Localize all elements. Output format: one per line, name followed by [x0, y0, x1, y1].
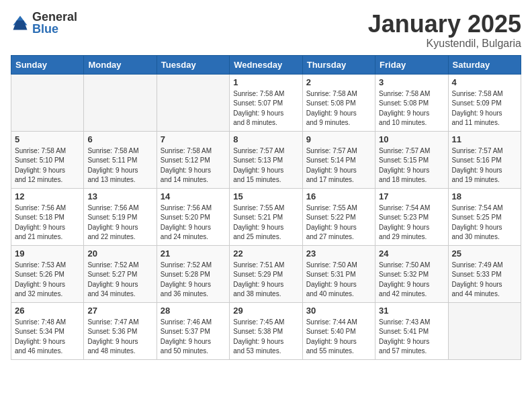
- day-info: Sunrise: 7:58 AM Sunset: 5:08 PM Dayligh…: [306, 89, 371, 128]
- day-number: 14: [161, 191, 226, 201]
- week-row-3: 12Sunrise: 7:56 AM Sunset: 5:18 PM Dayli…: [11, 188, 521, 245]
- day-info: Sunrise: 7:58 AM Sunset: 5:07 PM Dayligh…: [233, 89, 298, 128]
- day-info: Sunrise: 7:55 AM Sunset: 5:22 PM Dayligh…: [306, 203, 371, 242]
- day-info: Sunrise: 7:49 AM Sunset: 5:33 PM Dayligh…: [452, 261, 517, 300]
- day-info: Sunrise: 7:53 AM Sunset: 5:26 PM Dayligh…: [15, 261, 80, 300]
- day-number: 1: [233, 77, 298, 87]
- day-info: Sunrise: 7:46 AM Sunset: 5:37 PM Dayligh…: [161, 318, 226, 357]
- days-header-row: SundayMondayTuesdayWednesdayThursdayFrid…: [11, 55, 521, 74]
- day-info: Sunrise: 7:57 AM Sunset: 5:13 PM Dayligh…: [233, 146, 298, 185]
- calendar-cell: 22Sunrise: 7:51 AM Sunset: 5:29 PM Dayli…: [230, 245, 302, 302]
- logo-icon: [11, 13, 30, 32]
- day-info: Sunrise: 7:51 AM Sunset: 5:29 PM Dayligh…: [233, 261, 298, 300]
- day-number: 23: [306, 248, 371, 259]
- day-number: 29: [233, 306, 298, 316]
- day-info: Sunrise: 7:58 AM Sunset: 5:10 PM Dayligh…: [15, 146, 80, 185]
- day-info: Sunrise: 7:57 AM Sunset: 5:16 PM Dayligh…: [452, 146, 517, 185]
- calendar-cell: 24Sunrise: 7:50 AM Sunset: 5:32 PM Dayli…: [375, 245, 448, 302]
- day-header-monday: Monday: [84, 55, 157, 74]
- calendar-cell: 3Sunrise: 7:58 AM Sunset: 5:08 PM Daylig…: [375, 74, 448, 131]
- day-number: 3: [379, 77, 444, 87]
- day-number: 22: [233, 248, 298, 259]
- day-info: Sunrise: 7:58 AM Sunset: 5:09 PM Dayligh…: [452, 89, 517, 128]
- svg-marker-1: [13, 21, 28, 30]
- day-info: Sunrise: 7:47 AM Sunset: 5:36 PM Dayligh…: [87, 318, 152, 357]
- calendar-cell: 4Sunrise: 7:58 AM Sunset: 5:09 PM Daylig…: [448, 74, 521, 131]
- day-number: 13: [87, 191, 152, 201]
- day-number: 19: [15, 248, 80, 259]
- day-info: Sunrise: 7:57 AM Sunset: 5:14 PM Dayligh…: [306, 146, 371, 185]
- day-info: Sunrise: 7:50 AM Sunset: 5:31 PM Dayligh…: [306, 261, 371, 300]
- page-header: General Blue January 2025 Kyustendil, Bu…: [11, 11, 521, 50]
- calendar-cell: 18Sunrise: 7:54 AM Sunset: 5:25 PM Dayli…: [448, 188, 521, 245]
- day-info: Sunrise: 7:45 AM Sunset: 5:38 PM Dayligh…: [233, 318, 298, 357]
- calendar-cell: [448, 302, 521, 359]
- day-info: Sunrise: 7:56 AM Sunset: 5:18 PM Dayligh…: [15, 203, 80, 242]
- day-number: 8: [233, 134, 298, 144]
- calendar-cell: 12Sunrise: 7:56 AM Sunset: 5:18 PM Dayli…: [11, 188, 84, 245]
- calendar-cell: 26Sunrise: 7:48 AM Sunset: 5:34 PM Dayli…: [11, 302, 84, 359]
- day-number: 9: [306, 134, 371, 144]
- day-info: Sunrise: 7:54 AM Sunset: 5:25 PM Dayligh…: [452, 203, 517, 242]
- day-info: Sunrise: 7:54 AM Sunset: 5:23 PM Dayligh…: [379, 203, 444, 242]
- day-info: Sunrise: 7:48 AM Sunset: 5:34 PM Dayligh…: [15, 318, 80, 357]
- day-number: 26: [15, 306, 80, 316]
- calendar-cell: 8Sunrise: 7:57 AM Sunset: 5:13 PM Daylig…: [230, 131, 302, 188]
- day-number: 18: [452, 191, 517, 201]
- day-number: 5: [15, 134, 80, 144]
- day-number: 11: [452, 134, 517, 144]
- calendar-cell: 16Sunrise: 7:55 AM Sunset: 5:22 PM Dayli…: [302, 188, 375, 245]
- calendar-cell: 5Sunrise: 7:58 AM Sunset: 5:10 PM Daylig…: [11, 131, 84, 188]
- calendar-cell: 27Sunrise: 7:47 AM Sunset: 5:36 PM Dayli…: [84, 302, 157, 359]
- day-info: Sunrise: 7:52 AM Sunset: 5:28 PM Dayligh…: [161, 261, 226, 300]
- day-number: 16: [306, 191, 371, 201]
- calendar-cell: 20Sunrise: 7:52 AM Sunset: 5:27 PM Dayli…: [84, 245, 157, 302]
- calendar-cell: 14Sunrise: 7:56 AM Sunset: 5:20 PM Dayli…: [157, 188, 229, 245]
- day-info: Sunrise: 7:52 AM Sunset: 5:27 PM Dayligh…: [87, 261, 152, 300]
- title-block: January 2025 Kyustendil, Bulgaria: [368, 11, 521, 50]
- day-number: 30: [306, 306, 371, 316]
- day-info: Sunrise: 7:57 AM Sunset: 5:15 PM Dayligh…: [379, 146, 444, 185]
- day-number: 15: [233, 191, 298, 201]
- week-row-1: 1Sunrise: 7:58 AM Sunset: 5:07 PM Daylig…: [11, 74, 521, 131]
- day-number: 31: [379, 306, 444, 316]
- day-info: Sunrise: 7:58 AM Sunset: 5:12 PM Dayligh…: [161, 146, 226, 185]
- calendar-cell: 29Sunrise: 7:45 AM Sunset: 5:38 PM Dayli…: [230, 302, 302, 359]
- calendar-cell: 7Sunrise: 7:58 AM Sunset: 5:12 PM Daylig…: [157, 131, 229, 188]
- day-number: 6: [87, 134, 152, 144]
- day-number: 24: [379, 248, 444, 259]
- day-number: 20: [87, 248, 152, 259]
- calendar-cell: 17Sunrise: 7:54 AM Sunset: 5:23 PM Dayli…: [375, 188, 448, 245]
- week-row-2: 5Sunrise: 7:58 AM Sunset: 5:10 PM Daylig…: [11, 131, 521, 188]
- calendar-cell: 21Sunrise: 7:52 AM Sunset: 5:28 PM Dayli…: [157, 245, 229, 302]
- day-number: 21: [161, 248, 226, 259]
- calendar-cell: 25Sunrise: 7:49 AM Sunset: 5:33 PM Dayli…: [448, 245, 521, 302]
- day-info: Sunrise: 7:58 AM Sunset: 5:11 PM Dayligh…: [87, 146, 152, 185]
- calendar-cell: 30Sunrise: 7:44 AM Sunset: 5:40 PM Dayli…: [302, 302, 375, 359]
- day-number: 7: [161, 134, 226, 144]
- day-number: 4: [452, 77, 517, 87]
- day-header-sunday: Sunday: [11, 55, 84, 74]
- calendar-cell: 15Sunrise: 7:55 AM Sunset: 5:21 PM Dayli…: [230, 188, 302, 245]
- day-header-saturday: Saturday: [448, 55, 521, 74]
- calendar-cell: 9Sunrise: 7:57 AM Sunset: 5:14 PM Daylig…: [302, 131, 375, 188]
- calendar-cell: 2Sunrise: 7:58 AM Sunset: 5:08 PM Daylig…: [302, 74, 375, 131]
- day-info: Sunrise: 7:58 AM Sunset: 5:08 PM Dayligh…: [379, 89, 444, 128]
- calendar-cell: [157, 74, 229, 131]
- month-title: January 2025: [368, 11, 521, 38]
- calendar-cell: 11Sunrise: 7:57 AM Sunset: 5:16 PM Dayli…: [448, 131, 521, 188]
- day-number: 25: [452, 248, 517, 259]
- day-number: 27: [87, 306, 152, 316]
- day-header-thursday: Thursday: [302, 55, 375, 74]
- week-row-4: 19Sunrise: 7:53 AM Sunset: 5:26 PM Dayli…: [11, 245, 521, 302]
- day-info: Sunrise: 7:55 AM Sunset: 5:21 PM Dayligh…: [233, 203, 298, 242]
- calendar-cell: 10Sunrise: 7:57 AM Sunset: 5:15 PM Dayli…: [375, 131, 448, 188]
- calendar-cell: 19Sunrise: 7:53 AM Sunset: 5:26 PM Dayli…: [11, 245, 84, 302]
- day-number: 10: [379, 134, 444, 144]
- day-info: Sunrise: 7:44 AM Sunset: 5:40 PM Dayligh…: [306, 318, 371, 357]
- calendar-table: SundayMondayTuesdayWednesdayThursdayFrid…: [11, 55, 521, 360]
- day-info: Sunrise: 7:43 AM Sunset: 5:41 PM Dayligh…: [379, 318, 444, 357]
- day-info: Sunrise: 7:50 AM Sunset: 5:32 PM Dayligh…: [379, 261, 444, 300]
- day-number: 2: [306, 77, 371, 87]
- calendar-cell: 31Sunrise: 7:43 AM Sunset: 5:41 PM Dayli…: [375, 302, 448, 359]
